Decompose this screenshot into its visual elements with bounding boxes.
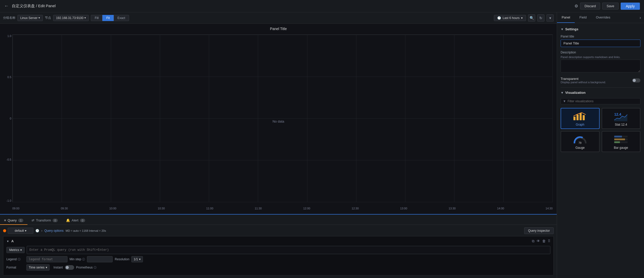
y-axis: 1.0 0.5 0 -0.5 -1.0 bbox=[2, 34, 11, 202]
transform-icon: ⇄ bbox=[32, 218, 34, 222]
datasource-value: default bbox=[15, 229, 24, 233]
chevron-down-icon-2: ▾ bbox=[84, 16, 86, 20]
tab-alert[interactable]: 🔔 Alert 0 bbox=[62, 216, 89, 225]
prometheus-tag: Prometheus ⓘ bbox=[76, 266, 97, 270]
query-inspector-button[interactable]: Query inspector bbox=[524, 227, 554, 234]
prometheus-info-icon[interactable]: ⓘ bbox=[94, 266, 96, 270]
stat-chart-icon: 12.4 bbox=[613, 111, 629, 121]
y-label-3: 0 bbox=[10, 117, 11, 120]
query-icon: ≡ bbox=[4, 218, 6, 222]
legend-info-icon[interactable]: ⓘ bbox=[18, 257, 21, 261]
right-tab-panel[interactable]: Panel bbox=[557, 12, 575, 23]
resolution-label: Resolution bbox=[115, 257, 129, 261]
no-data-label: No data bbox=[272, 119, 284, 123]
x-label-12: 14:30 bbox=[545, 207, 553, 210]
panel-title-group: Panel title bbox=[561, 35, 640, 47]
instant-toggle[interactable] bbox=[65, 265, 74, 270]
collapse-icon[interactable]: ▼ bbox=[6, 240, 9, 243]
right-panel-collapse[interactable]: › bbox=[637, 13, 644, 22]
format-dropdown[interactable]: Time series ▾ bbox=[26, 264, 50, 271]
gear-icon[interactable]: ⚙ bbox=[574, 4, 578, 8]
chevron-down-icon: ▾ bbox=[38, 16, 40, 20]
svg-rect-12 bbox=[614, 141, 628, 143]
refresh-button[interactable]: ↻ bbox=[537, 14, 544, 22]
format-label: Format bbox=[6, 266, 24, 269]
copy-icon[interactable]: ⧉ bbox=[532, 239, 534, 243]
node-label: 节点 bbox=[45, 16, 51, 20]
chart-grid bbox=[12, 34, 553, 202]
query-badge: 1 bbox=[18, 219, 23, 222]
svg-rect-2 bbox=[580, 113, 582, 120]
resolution-dropdown[interactable]: 1/1 ▾ bbox=[131, 256, 143, 262]
y-label-5: -1.0 bbox=[6, 199, 11, 202]
back-button[interactable]: ← bbox=[4, 3, 9, 9]
x-label-4: 10:30 bbox=[158, 207, 165, 210]
viz-gauge-label: Gauge bbox=[575, 146, 585, 150]
transparent-toggle[interactable] bbox=[632, 78, 640, 82]
minstep-input[interactable] bbox=[87, 256, 113, 262]
tab-transform[interactable]: ⇄ Transform 0 bbox=[27, 216, 62, 225]
query-section-label: A bbox=[11, 239, 14, 243]
right-panel: Panel Field Overrides › ▼ Settings Panel… bbox=[557, 12, 644, 278]
promql-input[interactable] bbox=[27, 246, 550, 254]
eye-icon[interactable]: 👁 bbox=[536, 239, 540, 243]
viz-section-header[interactable]: ▼ Visualization bbox=[561, 91, 640, 95]
discard-button[interactable]: Discard bbox=[580, 3, 600, 10]
metrics-button[interactable]: Metrics ▾ bbox=[6, 247, 25, 253]
chart-canvas: 1.0 0.5 0 -0.5 -1.0 bbox=[0, 32, 557, 210]
viz-card-graph[interactable]: Graph bbox=[561, 108, 600, 129]
legend-input[interactable] bbox=[26, 256, 67, 262]
group-name-label: 分组名称 bbox=[3, 16, 15, 20]
legend-label: Legend ⓘ bbox=[6, 257, 24, 261]
query-editor: default ▾ 🕐 › Query options MD = auto = … bbox=[0, 225, 557, 278]
right-tab-overrides[interactable]: Overrides bbox=[591, 12, 615, 23]
delete-icon[interactable]: 🗑 bbox=[542, 239, 546, 243]
right-tab-field[interactable]: Field bbox=[575, 12, 591, 23]
more-button[interactable]: ▾ bbox=[547, 14, 554, 22]
node-dropdown[interactable]: 192.168.31.73:9100 ▾ bbox=[53, 15, 89, 21]
group-dropdown[interactable]: Linux Server ▾ bbox=[17, 15, 43, 21]
x-label-9: 13:00 bbox=[400, 207, 407, 210]
right-panel-content: ▼ Settings Panel title Description Panel… bbox=[557, 23, 644, 278]
legend-row: Legend ⓘ Min step ⓘ Resolution 1/1 ▾ bbox=[6, 256, 550, 262]
query-meta: MD = auto = 1168 Interval = 20s bbox=[66, 229, 106, 232]
viz-chevron-icon: ▼ bbox=[561, 91, 564, 95]
fit-button[interactable]: Fit bbox=[102, 15, 113, 21]
viz-card-bargauge[interactable]: Bar gauge bbox=[602, 131, 641, 152]
viz-stat-label: Stat 12.4 bbox=[615, 123, 627, 126]
gauge-chart-icon: 79 bbox=[572, 134, 588, 144]
chart-toolbar: 分组名称 Linux Server ▾ 节点 192.168.31.73:910… bbox=[0, 12, 557, 24]
transform-tab-label: Transform bbox=[36, 218, 51, 222]
y-label-1: 1.0 bbox=[7, 34, 11, 38]
apply-button[interactable]: Apply bbox=[621, 3, 640, 10]
viz-grid: Graph 12.4 Stat 12.4 79 bbox=[561, 108, 640, 152]
arrow-right-icon: › bbox=[41, 229, 42, 233]
bargauge-chart-icon bbox=[613, 134, 629, 144]
settings-section-header[interactable]: ▼ Settings bbox=[561, 27, 640, 31]
datasource-selector: default ▾ bbox=[3, 228, 33, 234]
viz-card-gauge[interactable]: 79 Gauge bbox=[561, 131, 600, 152]
clock-icon: 🕐 bbox=[497, 16, 501, 20]
x-label-10: 13:30 bbox=[448, 207, 456, 210]
description-textarea[interactable] bbox=[561, 60, 640, 72]
main-layout: 分组名称 Linux Server ▾ 节点 192.168.31.73:910… bbox=[0, 12, 644, 278]
bottom-panel: ≡ Query 1 ⇄ Transform 0 🔔 Alert 0 bbox=[0, 214, 557, 278]
fill-button[interactable]: Fill bbox=[91, 15, 102, 21]
x-label-11: 14:00 bbox=[497, 207, 504, 210]
chart-title: Panel Title bbox=[0, 24, 557, 32]
time-range-button[interactable]: 🕐 Last 6 hours ▾ bbox=[494, 15, 526, 21]
zoom-button[interactable]: 🔍 bbox=[528, 14, 535, 22]
viz-card-stat[interactable]: 12.4 Stat 12.4 bbox=[602, 108, 641, 129]
panel-title-input[interactable] bbox=[561, 40, 640, 47]
datasource-dropdown[interactable]: default ▾ bbox=[8, 228, 33, 234]
query-options-link[interactable]: Query options bbox=[44, 229, 64, 233]
topbar: ← 自定义仪表盘 / Edit Panel ⚙ Discard Save App… bbox=[0, 0, 644, 12]
drag-icon[interactable]: ⠿ bbox=[548, 239, 550, 243]
viz-filter-input[interactable] bbox=[568, 99, 638, 103]
minstep-info-icon[interactable]: ⓘ bbox=[82, 257, 85, 261]
svg-rect-3 bbox=[583, 115, 585, 120]
exact-button[interactable]: Exact bbox=[114, 15, 129, 21]
x-label-3: 10:00 bbox=[109, 207, 116, 210]
tab-query[interactable]: ≡ Query 1 bbox=[0, 216, 27, 225]
save-button[interactable]: Save bbox=[602, 3, 619, 10]
